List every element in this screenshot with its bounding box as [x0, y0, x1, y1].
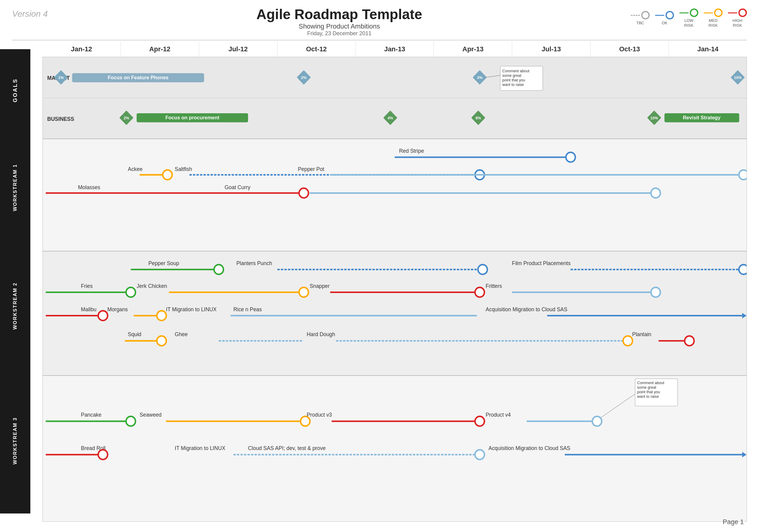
legend-low-risk: LOWRISK — [679, 9, 698, 28]
subtitle: Showing Product Ambitions — [48, 22, 631, 30]
svg-text:2%: 2% — [124, 116, 129, 120]
svg-text:Goat Curry: Goat Curry — [225, 184, 251, 190]
legend-ok: OK — [655, 11, 674, 25]
svg-point-44 — [566, 152, 575, 162]
col-jul12: Jul-12 — [199, 42, 277, 57]
svg-text:Hard Dough: Hard Dough — [307, 331, 335, 337]
svg-text:1%: 1% — [58, 75, 64, 80]
svg-text:point that you: point that you — [502, 78, 525, 82]
svg-text:Rice n Peas: Rice n Peas — [233, 307, 262, 312]
goals-label: GOALS — [12, 78, 19, 102]
svg-text:Focus on Feature Phones: Focus on Feature Phones — [108, 75, 169, 80]
page: Version 4 Agile Roadmap Template Showing… — [0, 0, 759, 532]
svg-text:Fries: Fries — [81, 283, 93, 289]
svg-text:Acquisition Migration to Cloud: Acquisition Migration to Cloud SAS — [489, 445, 570, 451]
svg-text:Molasses: Molasses — [78, 184, 100, 190]
col-jul13: Jul-13 — [512, 42, 590, 57]
svg-text:10%: 10% — [734, 75, 742, 80]
svg-text:Cloud SAS API; dev, test & pro: Cloud SAS API; dev, test & prove — [248, 445, 326, 451]
svg-point-127 — [99, 450, 108, 460]
col-apr12: Apr-12 — [121, 42, 199, 57]
svg-point-64 — [214, 265, 223, 274]
legend: TBC OK LOWRISK — [631, 6, 747, 28]
ws1-label-block: WORKSTREAM 1 — [0, 132, 30, 244]
svg-point-82 — [651, 288, 660, 297]
svg-text:Film Product Placements: Film Product Placements — [512, 260, 571, 266]
svg-text:point that you: point that you — [637, 389, 660, 394]
svg-text:want to raise: want to raise — [637, 394, 659, 399]
col-jan14: Jan-14 — [669, 42, 747, 57]
col-oct13: Oct-13 — [590, 42, 669, 57]
svg-text:Saltfish: Saltfish — [175, 166, 192, 172]
svg-point-102 — [623, 336, 632, 346]
ws1-label: WORKSTREAM 1 — [13, 164, 18, 211]
version-label: Version 4 — [12, 6, 48, 19]
date-label: Friday, 23 December 2011 — [48, 30, 631, 37]
svg-text:Ackee: Ackee — [128, 166, 142, 172]
svg-text:Red Stripe: Red Stripe — [399, 148, 424, 154]
svg-text:Revisit Strategy: Revisit Strategy — [683, 115, 721, 121]
legend-tbc: TBC — [631, 11, 650, 25]
legend-high-risk: HIGHRISK — [728, 9, 747, 28]
main-title: Agile Roadmap Template — [48, 6, 631, 22]
ws2-label-block: WORKSTREAM 2 — [0, 244, 30, 368]
svg-text:Product v3: Product v3 — [307, 412, 332, 418]
svg-text:Seaweed: Seaweed — [140, 412, 162, 418]
svg-point-85 — [99, 311, 108, 320]
svg-point-88 — [157, 311, 166, 320]
col-jan13: Jan-13 — [356, 42, 434, 57]
header-divider — [12, 40, 747, 40]
svg-point-76 — [299, 288, 308, 297]
col-oct12: Oct-12 — [277, 42, 356, 57]
svg-text:Morgans: Morgans — [107, 307, 128, 312]
svg-text:Plantain: Plantain — [632, 331, 651, 337]
svg-text:4%: 4% — [387, 116, 393, 120]
svg-point-53 — [739, 170, 746, 180]
svg-point-47 — [163, 170, 172, 180]
svg-text:Squid: Squid — [128, 331, 141, 337]
goals-label-block: GOALS — [0, 49, 30, 132]
svg-text:some great: some great — [637, 385, 657, 389]
page-number: Page 1 — [723, 518, 744, 526]
timeline-header: Jan-12 Apr-12 Jul-12 Oct-12 Jan-13 Apr-1… — [43, 42, 747, 57]
svg-text:Malibu: Malibu — [81, 307, 97, 312]
header: Version 4 Agile Roadmap Template Showing… — [12, 6, 747, 37]
svg-text:IT Migration to LINUX: IT Migration to LINUX — [175, 445, 225, 451]
svg-text:Focus on procurement: Focus on procurement — [166, 115, 220, 121]
svg-text:Comment about: Comment about — [637, 381, 664, 385]
svg-point-105 — [685, 336, 694, 346]
svg-text:Acquisition Migration to Cloud: Acquisition Migration to Cloud SAS — [486, 307, 567, 312]
svg-point-124 — [592, 416, 602, 426]
svg-text:Pepper Soup: Pepper Soup — [148, 260, 180, 266]
svg-point-59 — [651, 188, 660, 198]
svg-text:Snapper: Snapper — [310, 283, 330, 289]
svg-point-121 — [475, 416, 485, 426]
col-apr13: Apr-13 — [434, 42, 512, 57]
roadmap-canvas: MARKET 1% Focus on Feature Phones 2% 3% … — [43, 57, 747, 522]
svg-text:Pancake: Pancake — [81, 412, 102, 418]
svg-text:8%: 8% — [475, 116, 481, 120]
svg-text:3%: 3% — [477, 75, 483, 80]
svg-text:Planters Punch: Planters Punch — [236, 260, 272, 266]
ws2-label: WORKSTREAM 2 — [13, 282, 18, 330]
svg-point-56 — [299, 188, 308, 198]
title-block: Agile Roadmap Template Showing Product A… — [48, 6, 631, 37]
svg-rect-40 — [43, 139, 746, 251]
svg-point-73 — [126, 288, 136, 297]
svg-text:BUSINESS: BUSINESS — [47, 116, 74, 122]
svg-text:some great: some great — [502, 73, 521, 78]
svg-text:IT Migration to LINUX: IT Migration to LINUX — [166, 307, 217, 312]
svg-text:Pepper Pot: Pepper Pot — [298, 166, 324, 172]
svg-point-79 — [475, 288, 485, 297]
col-jan12: Jan-12 — [43, 42, 121, 57]
svg-text:Product v4: Product v4 — [486, 412, 511, 418]
legend-med-risk: MEDRISK — [704, 9, 723, 28]
svg-point-115 — [126, 416, 136, 426]
svg-point-70 — [739, 265, 746, 274]
roadmap-svg: MARKET 1% Focus on Feature Phones 2% 3% … — [43, 57, 746, 521]
svg-text:want to raise: want to raise — [502, 82, 524, 87]
svg-text:10%: 10% — [650, 116, 658, 120]
svg-text:2%: 2% — [301, 75, 307, 80]
ws3-label-block: WORKSTREAM 3 — [0, 368, 30, 513]
svg-text:Comment about: Comment about — [502, 69, 530, 73]
